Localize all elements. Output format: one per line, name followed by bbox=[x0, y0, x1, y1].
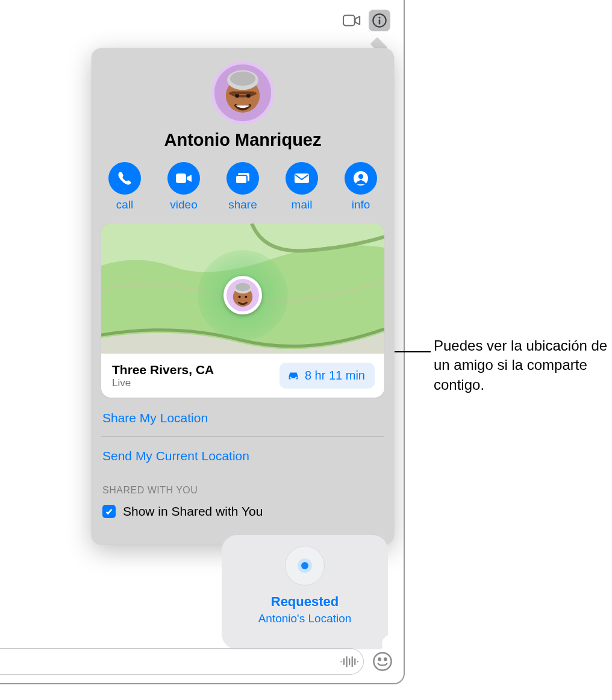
svg-point-21 bbox=[245, 295, 247, 298]
location-status: Live bbox=[112, 377, 214, 389]
phone-icon bbox=[116, 170, 133, 187]
info-button[interactable]: info bbox=[345, 162, 377, 211]
svg-point-19 bbox=[236, 283, 250, 292]
shared-with-you-label: Show in Shared with You bbox=[123, 504, 263, 519]
conversation-toolbar bbox=[328, 0, 404, 41]
bubble-subtitle: Antonio's Location bbox=[258, 612, 352, 625]
envelope-icon bbox=[293, 170, 310, 187]
map-view[interactable] bbox=[101, 223, 384, 354]
svg-point-26 bbox=[384, 658, 387, 661]
shared-with-you-row[interactable]: Show in Shared with You bbox=[92, 498, 394, 525]
screen-share-icon bbox=[234, 170, 251, 187]
person-circle-icon bbox=[352, 170, 369, 187]
contact-avatar bbox=[211, 61, 274, 124]
svg-point-6 bbox=[230, 72, 255, 86]
details-info-button[interactable] bbox=[369, 10, 390, 31]
audio-message-button[interactable] bbox=[339, 652, 358, 671]
compose-bar bbox=[0, 645, 404, 678]
svg-point-15 bbox=[358, 174, 363, 179]
svg-point-23 bbox=[295, 377, 297, 378]
message-input[interactable] bbox=[0, 648, 364, 675]
contact-action-row: call video share mail info bbox=[92, 162, 394, 223]
video-icon bbox=[175, 170, 192, 187]
smile-icon bbox=[372, 651, 393, 672]
location-pin bbox=[223, 276, 262, 314]
messages-window: Antonio Manriquez call video share mail … bbox=[0, 0, 405, 684]
svg-rect-0 bbox=[343, 16, 355, 26]
share-my-location-link[interactable]: Share My Location bbox=[92, 398, 394, 436]
mail-button[interactable]: mail bbox=[286, 162, 318, 211]
location-request-bubble[interactable]: Requested Antonio's Location bbox=[222, 535, 388, 649]
map-footer: Three Rivers, CA Live 8 hr 11 min bbox=[101, 354, 384, 398]
location-card[interactable]: Three Rivers, CA Live 8 hr 11 min bbox=[101, 223, 384, 398]
emoji-picker-button[interactable] bbox=[372, 651, 393, 672]
video-label: video bbox=[170, 198, 197, 211]
svg-rect-12 bbox=[236, 175, 247, 184]
contact-details-popover: Antonio Manriquez call video share mail … bbox=[92, 48, 394, 545]
svg-point-24 bbox=[373, 652, 391, 670]
svg-point-22 bbox=[290, 377, 292, 378]
send-current-location-link[interactable]: Send My Current Location bbox=[92, 437, 394, 474]
contact-name: Antonio Manriquez bbox=[92, 130, 394, 150]
call-button[interactable]: call bbox=[108, 162, 141, 211]
location-dot-icon bbox=[285, 546, 325, 586]
shared-with-you-checkbox[interactable] bbox=[102, 505, 116, 518]
share-label: share bbox=[228, 198, 257, 211]
directions-eta-button[interactable]: 8 hr 11 min bbox=[279, 363, 375, 389]
bubble-title: Requested bbox=[271, 594, 339, 610]
memoji-avatar-icon bbox=[226, 279, 259, 311]
svg-rect-10 bbox=[176, 173, 186, 183]
callout-leader-line bbox=[395, 351, 431, 352]
svg-rect-3 bbox=[379, 19, 381, 24]
memoji-avatar-icon bbox=[214, 64, 271, 121]
info-label: info bbox=[352, 198, 370, 211]
mail-label: mail bbox=[292, 198, 313, 211]
shared-with-you-header: SHARED WITH YOU bbox=[92, 474, 394, 498]
svg-point-25 bbox=[378, 658, 381, 661]
video-button[interactable]: video bbox=[167, 162, 200, 211]
svg-point-2 bbox=[379, 17, 381, 19]
svg-point-20 bbox=[239, 295, 241, 298]
waveform-icon bbox=[339, 655, 358, 669]
call-label: call bbox=[116, 198, 134, 211]
car-icon bbox=[287, 370, 300, 381]
callout-text: Puedes ver la ubicación de un amigo si l… bbox=[434, 336, 608, 395]
svg-rect-13 bbox=[295, 173, 309, 183]
svg-rect-9 bbox=[231, 92, 254, 95]
share-button[interactable]: share bbox=[226, 162, 259, 211]
location-placename: Three Rivers, CA bbox=[112, 362, 214, 377]
eta-text: 8 hr 11 min bbox=[305, 369, 365, 382]
checkmark-icon bbox=[105, 507, 113, 516]
facetime-button[interactable] bbox=[341, 10, 363, 31]
